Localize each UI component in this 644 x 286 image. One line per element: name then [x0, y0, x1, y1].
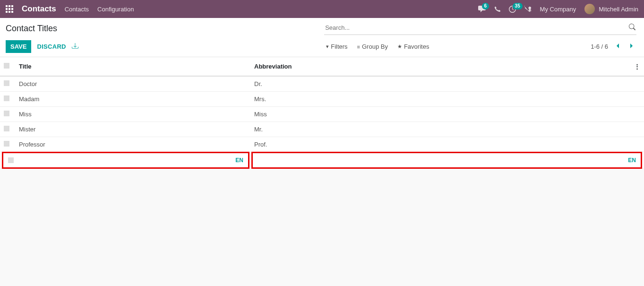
group-by-button[interactable]: ≡Group By [357, 43, 388, 50]
cell-abbr[interactable]: Mrs. [250, 92, 644, 107]
phone-icon[interactable] [494, 6, 500, 12]
abbr-input[interactable] [256, 157, 626, 164]
chat-badge: 6 [482, 3, 489, 9]
row-select[interactable] [8, 157, 14, 163]
table-row[interactable]: MissMiss [0, 107, 644, 122]
cell-title[interactable]: Mister [15, 122, 250, 137]
cell-title[interactable]: Doctor [15, 76, 250, 92]
cell-abbr[interactable]: Prof. [250, 137, 644, 152]
search-input[interactable] [325, 24, 629, 31]
optional-columns[interactable]: ⋮ [630, 57, 644, 76]
table-container: Title Abbreviation ⋮ DoctorDr.MadamMrs.M… [0, 57, 644, 169]
cell-title[interactable]: Professor [15, 137, 250, 152]
control-panel: Contact Titles SAVE DISCARD ▾Filters ≡Gr… [0, 18, 644, 57]
pager-text[interactable]: 1-6 / 6 [591, 43, 608, 50]
pager: 1-6 / 6 [591, 41, 636, 52]
cell-title[interactable]: Madam [15, 92, 250, 107]
apps-icon[interactable] [6, 5, 13, 13]
col-abbreviation[interactable]: Abbreviation [250, 57, 630, 76]
lang-badge[interactable]: EN [626, 157, 638, 164]
page-title: Contact Titles [6, 22, 57, 37]
pager-prev[interactable] [613, 41, 622, 52]
app-name[interactable]: Contacts [22, 4, 56, 14]
filters-button[interactable]: ▾Filters [326, 43, 347, 50]
cell-abbr[interactable]: Dr. [250, 76, 644, 92]
edit-abbr-cell[interactable]: EN [251, 152, 642, 169]
tools-icon[interactable] [524, 6, 532, 13]
user-menu[interactable]: Mitchell Admin [584, 4, 638, 14]
title-input[interactable] [20, 157, 233, 164]
nav-configuration[interactable]: Configuration [97, 6, 134, 13]
avatar [584, 4, 595, 14]
select-all-cell[interactable] [0, 57, 15, 76]
table-row[interactable]: MadamMrs. [0, 92, 644, 107]
header-right: 6 35 My Company Mitchell Admin [478, 4, 638, 14]
activity-badge: 35 [513, 3, 523, 9]
cell-abbr[interactable]: Miss [250, 107, 644, 122]
table-row[interactable]: MisterMr. [0, 122, 644, 137]
edit-row[interactable]: ENEN [0, 152, 644, 169]
export-icon[interactable] [72, 43, 78, 51]
nav-contacts[interactable]: Contacts [65, 6, 89, 13]
activity-icon[interactable]: 35 [509, 6, 516, 13]
cell-abbr[interactable]: Mr. [250, 122, 644, 137]
col-title[interactable]: Title [15, 57, 250, 76]
funnel-icon: ▾ [326, 43, 329, 50]
table-row[interactable]: DoctorDr. [0, 76, 644, 92]
favorites-button[interactable]: ★Favorites [397, 43, 429, 50]
pager-next[interactable] [627, 41, 636, 52]
user-name: Mitchell Admin [599, 6, 638, 13]
row-select[interactable] [0, 107, 15, 122]
header-left: Contacts Contacts Configuration [6, 4, 134, 14]
search-bar[interactable] [324, 22, 636, 35]
row-select[interactable] [0, 76, 15, 92]
lang-badge[interactable]: EN [233, 157, 245, 164]
table-row[interactable]: ProfessorProf. [0, 137, 644, 152]
company-selector[interactable]: My Company [540, 6, 576, 13]
app-header: Contacts Contacts Configuration 6 35 My … [0, 0, 644, 18]
titles-table: Title Abbreviation ⋮ DoctorDr.MadamMrs.M… [0, 57, 644, 169]
star-icon: ★ [397, 43, 402, 50]
row-select[interactable] [0, 92, 15, 107]
edit-title-cell[interactable]: EN [2, 152, 249, 169]
row-select[interactable] [0, 122, 15, 137]
list-icon: ≡ [357, 44, 360, 50]
discard-button[interactable]: DISCARD [37, 43, 66, 50]
save-button[interactable]: SAVE [6, 40, 31, 53]
row-select[interactable] [0, 137, 15, 152]
search-icon[interactable] [629, 24, 635, 32]
chat-icon[interactable]: 6 [478, 6, 486, 12]
cell-title[interactable]: Miss [15, 107, 250, 122]
